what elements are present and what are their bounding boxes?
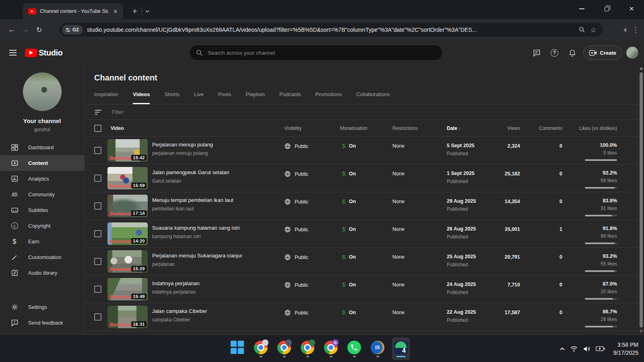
monetisation-cell[interactable]: $ On: [342, 309, 356, 316]
browser-menu-icon[interactable]: ⋮: [630, 26, 641, 34]
video-text[interactable]: Menuju tempat pembelian ikan laut pembel…: [152, 197, 273, 212]
tab-collaborations[interactable]: Collaborations: [356, 91, 390, 104]
window-restore-button[interactable]: [594, 0, 619, 18]
sidebar-item-content[interactable]: Content: [0, 155, 84, 171]
taskbar-chrome-3[interactable]: [299, 337, 316, 360]
video-text[interactable]: Indahnya perjalanan indahnya perjalanan: [152, 280, 273, 295]
video-row[interactable]: Bombom 15:42 Perjalanan menuju pulang pe…: [85, 137, 638, 165]
taskbar-clock[interactable]: 3:58 PM 9/17/2025: [613, 341, 638, 357]
row-checkbox[interactable]: [94, 230, 101, 237]
visibility-cell[interactable]: Public: [284, 254, 308, 261]
video-text[interactable]: Jalan campaka Cibeber campaka Cibeber: [152, 308, 273, 323]
video-title[interactable]: Perjalanan menuju Sukanagara cianjur: [152, 253, 273, 259]
tray-chevron-up-icon[interactable]: [559, 347, 565, 351]
row-checkbox[interactable]: [94, 175, 101, 182]
visibility-cell[interactable]: Public: [284, 143, 308, 150]
taskbar-chrome-1[interactable]: [252, 337, 270, 360]
video-title[interactable]: Suasana kampung halaman sang istri: [152, 225, 273, 231]
sidebar-item-community[interactable]: Community: [0, 187, 84, 202]
video-title[interactable]: Jalan pamengpeuk Garut selatan: [152, 169, 273, 175]
video-thumbnail[interactable]: Bombom 15:59: [107, 167, 148, 189]
video-row[interactable]: Bombom 17:14 Menuju tempat pembelian ika…: [85, 192, 638, 220]
address-bar[interactable]: G2 studio.youtube.com/channel/UCjGdbkV8p…: [60, 23, 603, 37]
taskbar-chrome-2[interactable]: [275, 337, 293, 360]
account-avatar[interactable]: [626, 47, 638, 59]
scroll-down-arrow-icon[interactable]: [640, 330, 643, 333]
tab-live[interactable]: Live: [194, 91, 204, 104]
channel-search-input[interactable]: Search across your channel: [189, 45, 443, 61]
start-button[interactable]: [229, 337, 246, 360]
column-comments[interactable]: Comments: [539, 125, 562, 131]
monetisation-cell[interactable]: $ On: [342, 282, 356, 288]
row-checkbox[interactable]: [94, 258, 101, 265]
monetisation-cell[interactable]: $ On: [342, 254, 356, 260]
video-title[interactable]: Jalan campaka Cibeber: [152, 308, 273, 314]
hamburger-menu-icon[interactable]: [3, 43, 23, 62]
video-title[interactable]: Indahnya perjalanan: [152, 280, 273, 286]
tab-posts[interactable]: Posts: [218, 91, 231, 104]
video-row[interactable]: Bombom 14:20 Suasana kampung halaman san…: [85, 220, 638, 248]
visibility-cell[interactable]: Public: [284, 282, 308, 288]
column-monetisation[interactable]: Monetisation: [340, 125, 367, 131]
row-checkbox[interactable]: [94, 202, 101, 210]
tab-playlists[interactable]: Playlists: [246, 91, 265, 104]
video-row[interactable]: Bombom 15:29 Perjalanan menuju Sukanagar…: [85, 248, 638, 276]
video-thumbnail[interactable]: Bombom 17:14: [107, 195, 148, 217]
sidebar-item-subtitles[interactable]: Subtitles: [0, 202, 84, 218]
tab-podcasts[interactable]: Podcasts: [279, 91, 301, 104]
notifications-bell-icon[interactable]: [566, 46, 579, 60]
tab-search-chevron-icon[interactable]: [142, 4, 153, 18]
tab-videos[interactable]: Videos: [133, 91, 150, 104]
window-minimize-button[interactable]: [569, 0, 594, 18]
sidebar-item-customisation[interactable]: Customisation: [0, 249, 84, 265]
column-date-sorted[interactable]: Date↓: [447, 125, 461, 131]
tab-inspiration[interactable]: Inspiration: [94, 91, 118, 104]
video-text[interactable]: Jalan pamengpeuk Garut selatan Garut sel…: [152, 169, 273, 184]
visibility-cell[interactable]: Public: [284, 309, 308, 316]
scrollbar-thumb[interactable]: [640, 72, 643, 327]
sidebar-item-copyright[interactable]: c Copyright: [0, 218, 84, 234]
taskbar-active-app[interactable]: 4: [392, 337, 410, 360]
column-views[interactable]: Views: [507, 125, 520, 131]
tab-count-badge[interactable]: 4: [620, 27, 630, 33]
create-button[interactable]: Create: [583, 45, 622, 60]
tab-promotions[interactable]: Promotions: [316, 91, 342, 104]
video-row[interactable]: Bombom 16:31 Jalan campaka Cibeber campa…: [85, 303, 638, 331]
back-button[interactable]: ←: [5, 23, 19, 37]
monetisation-cell[interactable]: $ On: [342, 171, 356, 177]
video-row[interactable]: Bombom 15:59 Jalan pamengpeuk Garut sela…: [85, 165, 638, 192]
window-close-button[interactable]: ✕: [619, 0, 644, 18]
visibility-cell[interactable]: Public: [284, 226, 308, 233]
volume-icon[interactable]: [583, 346, 591, 352]
filter-bar[interactable]: Filter: [85, 105, 638, 119]
tab-shorts[interactable]: Shorts: [164, 91, 180, 104]
column-likes[interactable]: Likes (vs dislikes): [579, 125, 617, 131]
site-info-badge[interactable]: G2: [62, 25, 83, 35]
video-row[interactable]: Bombom 15:49 Indahnya perjalanan indahny…: [85, 276, 638, 303]
sidebar-item-earn[interactable]: $ Earn: [0, 234, 84, 249]
video-text[interactable]: Perjalanan menuju Sukanagara cianjur per…: [152, 253, 273, 267]
forward-button[interactable]: →: [19, 23, 32, 37]
column-video[interactable]: Video: [111, 125, 124, 131]
video-text[interactable]: Perjalanan menuju pulang perjalanan menu…: [152, 142, 273, 156]
taskbar-ix-app[interactable]: IX: [369, 337, 386, 360]
taskbar-whatsapp[interactable]: [345, 337, 363, 360]
video-thumbnail[interactable]: Bombom 15:42: [107, 139, 148, 162]
visibility-cell[interactable]: Public: [284, 171, 308, 177]
sidebar-item-dashboard[interactable]: Dashboard: [0, 140, 84, 155]
row-checkbox[interactable]: [94, 313, 101, 321]
new-tab-button[interactable]: +: [128, 4, 142, 18]
video-title[interactable]: Perjalanan menuju pulang: [152, 142, 273, 148]
video-title[interactable]: Menuju tempat pembelian ikan laut: [152, 197, 273, 203]
studio-logo[interactable]: Studio: [25, 48, 62, 58]
row-checkbox[interactable]: [94, 147, 101, 154]
bookmark-star-icon[interactable]: ☆: [588, 24, 599, 35]
taskbar-chrome-4[interactable]: G: [322, 337, 340, 360]
column-visibility[interactable]: Visibility: [284, 125, 301, 131]
row-checkbox[interactable]: [94, 286, 101, 293]
monetisation-cell[interactable]: $ On: [342, 226, 356, 232]
select-all-checkbox[interactable]: [94, 125, 101, 132]
video-text[interactable]: Suasana kampung halaman sang istri kampu…: [152, 225, 273, 239]
scroll-up-arrow-icon[interactable]: [640, 67, 643, 70]
sidebar-item-settings[interactable]: Settings: [0, 299, 84, 315]
